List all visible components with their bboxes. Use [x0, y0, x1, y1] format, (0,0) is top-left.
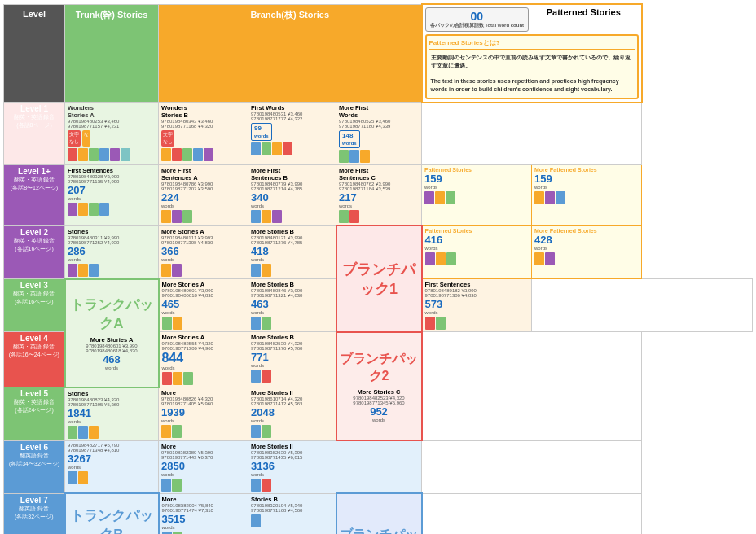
badge-na: な: [82, 130, 90, 147]
book-thumb: [262, 142, 271, 155]
branch-wordslabel-1plusb: words: [251, 204, 333, 208]
book-thumb: [172, 148, 182, 161]
branch-wordslabel-6b: words: [251, 472, 333, 477]
trunk-pack-b-label: トランクパックB: [68, 506, 156, 534]
branch-isbn-1plusc: 9780198480762 ¥3,9909780198771184 ¥3,539: [339, 182, 419, 191]
level-label-3: Level 3: [7, 281, 62, 290]
trunk-words-5: 1841: [68, 407, 156, 419]
branch-wordslabel-6a: words: [161, 472, 245, 477]
branch-cell-3a: More Stories A 9780198480601 ¥3,99097801…: [159, 279, 248, 332]
trunk-books-6: [68, 471, 156, 484]
book-thumb: [89, 148, 99, 161]
word-count-badge: 148words: [339, 130, 360, 148]
patterned-words-2b: 428: [534, 234, 639, 246]
book-thumb: [435, 191, 445, 204]
book-thumb: [425, 252, 435, 265]
branch-title-1plusc: More FirstSentences C: [339, 167, 419, 182]
branch-words-3b: 463: [251, 298, 333, 310]
trunk-wordslabel-1plus: words: [68, 196, 156, 201]
book-thumb: [161, 479, 171, 492]
book-thumb: [556, 191, 565, 204]
trunk-wordslabel-5: words: [68, 419, 156, 424]
patterned-cell-2b: More Patterned Stories 428 words: [532, 225, 642, 279]
book-thumb: [161, 425, 171, 438]
branch-isbn-6b: 9780198382630 ¥5,3909780198771435 ¥6,815: [251, 450, 333, 460]
level-cell-4: Level 4 翻英・英語 録音 (各話16〜24ページ): [4, 332, 65, 387]
branch-title-4a: More Stories A: [162, 334, 246, 341]
trunk-words-1plus: 207: [68, 184, 156, 196]
branch-books-5a: [161, 425, 245, 438]
badge-mojiless: 文字なし: [68, 130, 81, 147]
book-thumb: [251, 370, 261, 383]
level-label-2: Level 2: [7, 228, 62, 237]
branch-words-4b: 771: [251, 351, 333, 363]
patterned-header-label: Patterned Stories: [529, 7, 638, 17]
book-thumb: [99, 148, 109, 161]
book-thumb: [204, 148, 213, 161]
branch-words-5b: 2048: [251, 406, 333, 418]
book-thumb: [251, 425, 261, 438]
trunk-cell-6: 9780198482717 ¥5,7909780198771348 ¥4,810…: [65, 440, 159, 493]
branch-isbn-3b: 9780198480846 ¥3,9909780198771321 ¥4,830: [251, 288, 333, 298]
branch-cell-7b: Stories B 9780198320194 ¥5,3409780198771…: [248, 493, 336, 534]
branch-books-1plusc: [339, 210, 419, 223]
level-cell-2: Level 2 翻英・英語 録音 (各話16ページ): [4, 225, 65, 279]
trunk-cell-1: WondersStories A 9780198480253 ¥3,460978…: [65, 103, 159, 165]
branch-label: Branch(枝) Stories: [250, 9, 329, 21]
book-thumb: [349, 210, 359, 223]
branch-cell-5b: More Stories II 9780198610714 ¥4,3209780…: [248, 387, 336, 441]
branch-title-5b: More Stories II: [251, 389, 333, 396]
branch-title-2a: More Stories A: [161, 228, 245, 235]
trunk-isbn-6: 9780198482717 ¥5,7909780198771348 ¥4,810: [68, 443, 156, 453]
patterned-cell-1: [422, 103, 642, 165]
book-thumb: [534, 252, 544, 265]
patterned-title-1plusb: More Patterned Stories: [534, 167, 639, 173]
trunk-badges-1: 文字なし な: [68, 130, 156, 147]
branch-wordslabel-5a: words: [161, 418, 245, 423]
branch-words-2b: 418: [251, 245, 333, 257]
total-words-icon: 00: [430, 10, 525, 23]
badge-mojiless2: 文字なし: [161, 130, 174, 147]
patterned-wordslabel-1plusb: words: [534, 185, 639, 190]
book-thumb: [436, 252, 446, 265]
branch-wordslabel-4a: words: [162, 365, 246, 370]
col-header-patterned: 00 各パックの合計積算語数 Total word count Patterne…: [422, 4, 642, 103]
content-table: Level Trunk(幹) Stories Branch(枝) Stories…: [3, 3, 753, 534]
branch-books-6b: [251, 479, 333, 492]
trunk-title-5: Stories: [68, 390, 156, 397]
branch-books-5b: [251, 425, 333, 438]
branch-isbn-1c: 9780198480525 ¥3,4609780198771180 ¥4,339: [339, 119, 419, 129]
branch-words-6a: 2850: [161, 460, 245, 472]
branch-pack3-cell: ブランチパック3: [336, 493, 422, 534]
book-thumb: [545, 252, 555, 265]
patterned-title-1plusa: Patterned Stories: [424, 167, 529, 173]
trunk-cell-1plus: First Sentences 9780198480328 ¥3,9909780…: [65, 165, 159, 226]
level-sub-4: 翻英・英語 録音 (各話16〜24ページ): [7, 343, 62, 359]
trunk-words-2: 286: [68, 245, 156, 257]
branch-isbn-2b: 9780198480121 ¥3,9909780198771276 ¥4,785: [251, 235, 333, 245]
level-label-5: Level 5: [7, 389, 62, 398]
book-thumb: [545, 191, 555, 204]
book-thumb: [360, 150, 370, 163]
book-thumb: [262, 425, 271, 438]
branch-isbn-4a: 9780198482555 ¥4,3209780198771380 ¥4,960: [162, 341, 246, 351]
branch-books-4b: [251, 370, 333, 383]
book-thumb: [262, 210, 271, 223]
book-thumb: [262, 317, 271, 330]
branch-words-3c: 573: [425, 298, 530, 310]
book-thumb: [68, 426, 77, 439]
book-thumb: [262, 370, 271, 383]
total-words-label: 各パックの合計積算語数 Total word count: [430, 23, 525, 29]
branch-cell-1b: First Words 9780198480531 ¥3,46097801987…: [248, 103, 336, 165]
branch-cell-5a: More 9780198480826 ¥4,3209780198771405 ¥…: [159, 387, 248, 441]
branch-books-7b: [251, 514, 333, 527]
branch-books-3c: [425, 317, 530, 330]
branch-cell-6a: More 9780198382389 ¥5,3909780198771443 ¥…: [159, 440, 248, 493]
book-thumb: [78, 148, 88, 161]
book-thumb: [68, 148, 77, 161]
branch-title-7b: Stories B: [251, 496, 333, 503]
branch-books-1c: [339, 150, 419, 163]
patterned-words-1plusa: 159: [424, 173, 529, 185]
level-sub-7: 翻英語 録音 (各話32ページ): [7, 505, 62, 521]
branch-books-4a: [162, 372, 246, 385]
